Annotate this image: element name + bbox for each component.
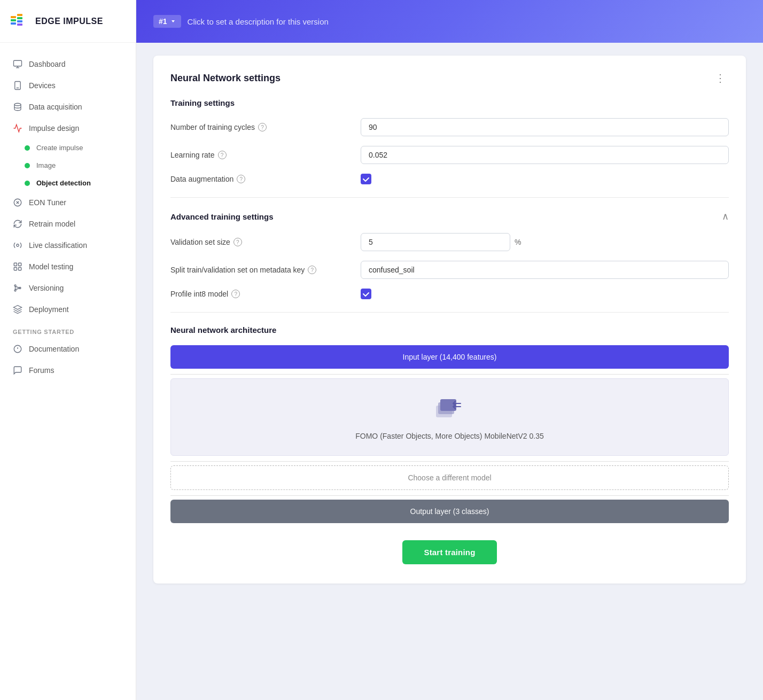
- version-badge[interactable]: #1: [153, 15, 181, 28]
- sidebar-item-eon-tuner[interactable]: EON Tuner: [0, 192, 136, 213]
- section-divider-1: [170, 197, 729, 198]
- data-augmentation-checkbox[interactable]: [361, 174, 371, 184]
- svg-rect-0: [11, 16, 16, 18]
- dot-object-detection: [25, 181, 30, 186]
- sidebar-item-documentation[interactable]: Documentation: [0, 338, 136, 360]
- chevron-down-icon: [170, 19, 176, 24]
- logo-area: EDGE IMPULSE: [0, 0, 136, 43]
- svg-rect-17: [14, 268, 17, 270]
- checkmark-icon: [362, 175, 370, 183]
- sidebar-label-live-classification: Live classification: [29, 241, 87, 250]
- svg-rect-6: [17, 24, 22, 26]
- version-description[interactable]: Click to set a description for this vers…: [188, 17, 329, 26]
- activity-icon: [13, 123, 22, 133]
- app-name: EDGE IMPULSE: [35, 17, 103, 26]
- eon-icon: [13, 198, 22, 207]
- devices-icon: [13, 81, 22, 90]
- split-train-input[interactable]: [361, 261, 729, 279]
- data-augmentation-label: Data augmentation ?: [170, 175, 352, 183]
- learning-rate-help-icon[interactable]: ?: [218, 151, 227, 159]
- sidebar-item-deployment[interactable]: Deployment: [0, 299, 136, 320]
- svg-point-19: [14, 285, 16, 286]
- sidebar-item-data-acquisition[interactable]: Data acquisition: [0, 96, 136, 118]
- svg-rect-5: [17, 20, 22, 22]
- doc-icon: [13, 344, 22, 354]
- svg-rect-27: [440, 399, 456, 411]
- svg-point-14: [17, 244, 19, 247]
- data-augmentation-help-icon[interactable]: ?: [237, 175, 245, 183]
- svg-rect-16: [19, 263, 21, 266]
- getting-started-section: GETTING STARTED: [0, 320, 136, 338]
- sidebar-subitem-object-detection[interactable]: Object detection: [0, 174, 136, 192]
- content-area: Neural Network settings ⋮ Training setti…: [136, 43, 763, 700]
- output-layer: Output layer (3 classes): [170, 500, 729, 523]
- input-layer: Input layer (14,400 features): [170, 345, 729, 369]
- sidebar-label-model-testing: Model testing: [29, 262, 73, 271]
- profile-int8-checkbox[interactable]: [361, 289, 371, 299]
- validation-set-input-group: %: [361, 233, 729, 251]
- dot-image: [25, 163, 30, 168]
- svg-rect-15: [14, 263, 17, 266]
- learning-rate-row: Learning rate ?: [170, 146, 729, 164]
- sidebar-subitem-image[interactable]: Image: [0, 157, 136, 174]
- split-train-row: Split train/validation set on metadata k…: [170, 261, 729, 279]
- sidebar-item-retrain-model[interactable]: Retrain model: [0, 213, 136, 235]
- profile-int8-help-icon[interactable]: ?: [231, 290, 240, 298]
- sidebar-item-live-classification[interactable]: Live classification: [0, 235, 136, 256]
- architecture-section: Input layer (14,400 features): [170, 345, 729, 523]
- sidebar-subitem-create-impulse[interactable]: Create impulse: [0, 139, 136, 157]
- validation-set-suffix: %: [515, 238, 521, 246]
- more-options-button[interactable]: ⋮: [712, 71, 729, 85]
- chevron-up-icon: ∧: [722, 211, 729, 222]
- sidebar: EDGE IMPULSE Dashboard Devices: [0, 0, 136, 700]
- monitor-icon: [13, 59, 22, 69]
- section-divider-2: [170, 312, 729, 313]
- model-label: FOMO (Faster Objects, More Objects) Mobi…: [355, 432, 543, 440]
- learning-rate-input[interactable]: [361, 146, 729, 164]
- model-layer: FOMO (Faster Objects, More Objects) Mobi…: [170, 378, 729, 456]
- layer-divider-1: [170, 370, 729, 378]
- advanced-settings-header[interactable]: Advanced training settings ∧: [170, 211, 729, 222]
- profile-int8-checkmark-icon: [362, 290, 370, 298]
- svg-rect-4: [17, 17, 22, 19]
- architecture-label: Neural network architecture: [170, 325, 729, 335]
- sidebar-item-forums[interactable]: Forums: [0, 360, 136, 381]
- retrain-icon: [13, 219, 22, 229]
- svg-point-20: [14, 290, 16, 291]
- layer-divider-3: [170, 491, 729, 500]
- layer-divider-2: [170, 457, 729, 465]
- training-cycles-help-icon[interactable]: ?: [258, 123, 267, 131]
- svg-rect-10: [15, 82, 21, 90]
- logo-icon: [11, 12, 30, 31]
- sidebar-item-versioning[interactable]: Versioning: [0, 277, 136, 299]
- sidebar-label-image: Image: [36, 161, 56, 169]
- svg-point-12: [14, 103, 21, 106]
- forums-icon: [13, 365, 22, 375]
- sidebar-item-model-testing[interactable]: Model testing: [0, 256, 136, 277]
- validation-set-label: Validation set size ?: [170, 238, 352, 246]
- sidebar-label-data-acquisition: Data acquisition: [29, 103, 82, 111]
- split-train-help-icon[interactable]: ?: [308, 266, 316, 274]
- sidebar-label-devices: Devices: [29, 81, 56, 90]
- svg-rect-3: [17, 14, 22, 16]
- sidebar-label-retrain-model: Retrain model: [29, 220, 75, 228]
- dot-create-impulse: [25, 145, 30, 151]
- card-header: Neural Network settings ⋮: [170, 71, 729, 85]
- profile-int8-row: Profile int8 model ?: [170, 289, 729, 299]
- card-title: Neural Network settings: [170, 73, 281, 84]
- choose-model-button[interactable]: Choose a different model: [170, 465, 729, 490]
- sidebar-item-devices[interactable]: Devices: [0, 75, 136, 96]
- sidebar-item-dashboard[interactable]: Dashboard: [0, 53, 136, 75]
- sidebar-item-impulse-design[interactable]: Impulse design: [0, 118, 136, 139]
- profile-int8-label: Profile int8 model ?: [170, 290, 352, 298]
- training-cycles-input[interactable]: [361, 118, 729, 136]
- sidebar-label-dashboard: Dashboard: [29, 60, 66, 68]
- validation-set-input[interactable]: [361, 233, 510, 251]
- data-augmentation-row: Data augmentation ?: [170, 174, 729, 184]
- svg-rect-2: [11, 22, 16, 25]
- start-training-button[interactable]: Start training: [402, 540, 496, 564]
- training-cycles-row: Number of training cycles ?: [170, 118, 729, 136]
- model-testing-icon: [13, 262, 22, 271]
- validation-set-help-icon[interactable]: ?: [233, 238, 242, 246]
- version-label: #1: [159, 17, 167, 26]
